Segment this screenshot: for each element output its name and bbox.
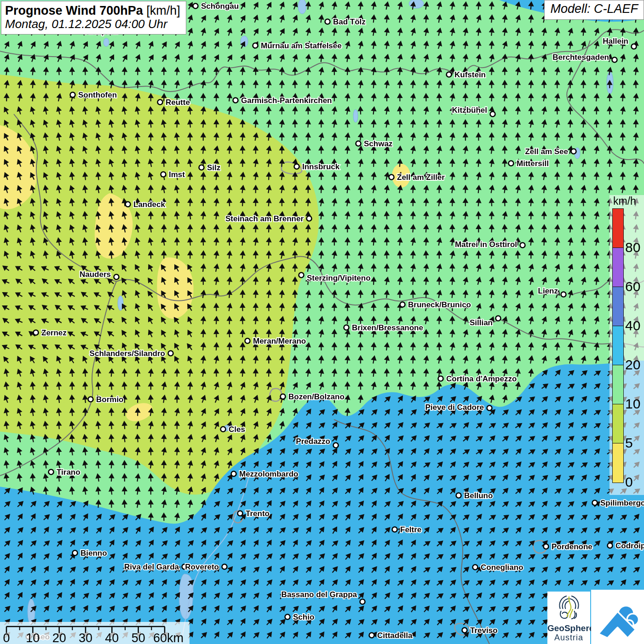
city-label: Lienz	[538, 287, 558, 295]
city-marker	[49, 470, 54, 475]
city: Murnau am Staffelsee	[253, 41, 342, 50]
legend-segment	[613, 287, 623, 326]
city: Mezzolombardo	[231, 470, 299, 478]
city-marker	[496, 316, 501, 321]
city-label: Sonthofen	[78, 91, 117, 99]
city-label: Steinach am Brenner	[225, 214, 304, 223]
city-label: Predazzo	[296, 437, 330, 446]
city-label: Bormio	[96, 395, 124, 404]
city: Brixen/Bressanone	[344, 323, 423, 332]
city-label: Pieve di Cadore	[425, 403, 484, 412]
city-marker	[73, 551, 78, 556]
legend-value: 60	[625, 279, 644, 294]
city-marker	[608, 543, 613, 548]
city-label: Brixen/Bressanone	[352, 323, 423, 332]
city-marker	[456, 493, 461, 498]
city-marker	[238, 511, 243, 516]
city-marker	[281, 394, 286, 399]
city: Schlanders/Silandro	[90, 349, 173, 358]
city-marker	[114, 275, 119, 280]
legend-value: 5	[625, 436, 644, 450]
city-marker	[168, 351, 173, 356]
scalebar-label: 10	[26, 631, 40, 644]
city-marker	[245, 339, 250, 344]
scalebar-label: 20	[52, 631, 66, 644]
city-label: Zernez	[41, 328, 67, 337]
city-label: Bienno	[80, 549, 107, 558]
city-label: Kufstein	[454, 70, 486, 79]
geosphere-name: GeoSphere	[547, 624, 590, 633]
city-marker	[285, 615, 290, 620]
city: Berchtesgaden	[552, 53, 617, 63]
legend-segment	[613, 209, 623, 248]
city: Cortina d'Ampezzo	[438, 374, 517, 383]
city: Pieve di Cadore	[425, 403, 492, 412]
city-marker	[231, 472, 236, 477]
city-label: Sterzing/Vipiteno	[307, 274, 371, 282]
title-parameter: Prognose Wind 700hPa	[5, 4, 143, 17]
geosphere-logo-box: GeoSphere Austria	[547, 592, 590, 644]
city: Meran/Merano	[245, 337, 306, 345]
model-label: Modell: C-LAEF	[544, 0, 644, 20]
city-label: Hallein	[603, 37, 628, 46]
city-label: Kitzbühel	[452, 106, 488, 115]
city-label: Sillian	[470, 318, 493, 327]
city-marker	[389, 175, 394, 180]
city-label: Cortina d'Ampezzo	[446, 374, 517, 383]
city-label: Imst	[169, 170, 185, 179]
city-label: Landeck	[133, 200, 166, 209]
city-marker	[632, 44, 637, 49]
city-label: Zell am Ziller	[397, 173, 445, 182]
legend-segment	[613, 443, 623, 483]
city-marker	[473, 565, 478, 570]
city-marker	[299, 273, 304, 278]
city-marker	[509, 161, 514, 166]
city: Zell am Ziller	[389, 173, 445, 182]
city-label: Schlanders/Silandro	[90, 349, 165, 358]
city-label: Spilimbergo	[600, 499, 644, 507]
city: Garmisch-Partenkirchen	[233, 96, 332, 105]
city: Bruneck/Brunico	[400, 300, 471, 309]
city-marker	[360, 599, 365, 604]
city-marker	[544, 544, 549, 549]
legend-value: 20	[625, 357, 644, 372]
city-label: Schongau	[201, 2, 239, 11]
city-marker	[221, 427, 226, 432]
city-label: Cles	[229, 425, 245, 434]
legend-value: 40	[625, 318, 644, 333]
legend-value: 10	[625, 397, 644, 411]
city: Spilimbergo	[592, 499, 644, 507]
geosphere-country: Austria	[547, 633, 590, 643]
city-label: Murnau am Staffelsee	[261, 41, 342, 50]
city-label: Bruneck/Brunico	[408, 300, 471, 309]
city-marker	[344, 325, 349, 330]
legend-colorbar	[612, 208, 624, 483]
weather-map-screen: SchongauBad TölzKemptenMurnau am Staffel…	[0, 0, 644, 644]
city: Bozen/Bolzano	[281, 392, 345, 401]
scalebar-label: 50	[132, 631, 145, 644]
legend-segment	[613, 248, 623, 287]
city-marker	[447, 72, 452, 77]
city-marker	[490, 112, 495, 117]
city-marker	[34, 330, 39, 335]
city-label: Berchtesgaden	[552, 53, 609, 62]
city: Steinach am Brenner	[225, 214, 312, 223]
wind-map: SchongauBad TölzKemptenMurnau am Staffel…	[0, 0, 644, 644]
city-marker	[70, 92, 75, 98]
city-label: Trento	[246, 509, 270, 518]
city-label: Mezzolombardo	[239, 470, 298, 478]
city-label: Rovereto	[185, 563, 219, 571]
city-marker	[307, 216, 312, 221]
city-marker	[561, 292, 566, 297]
city-label: Reutte	[166, 98, 190, 107]
city-label: Silz	[207, 163, 220, 172]
geosphere-logo-icon	[554, 593, 584, 622]
app-logo-box	[591, 590, 644, 644]
city-label: Cittadella	[377, 631, 413, 640]
city-label: Bassano del Grappa	[282, 590, 357, 599]
city-label: Conegliano	[481, 563, 523, 572]
city-label: Schwaz	[364, 139, 392, 148]
city-marker	[487, 406, 492, 411]
city-marker	[392, 527, 397, 532]
city-label: Matrei in Osttirol	[455, 240, 517, 249]
